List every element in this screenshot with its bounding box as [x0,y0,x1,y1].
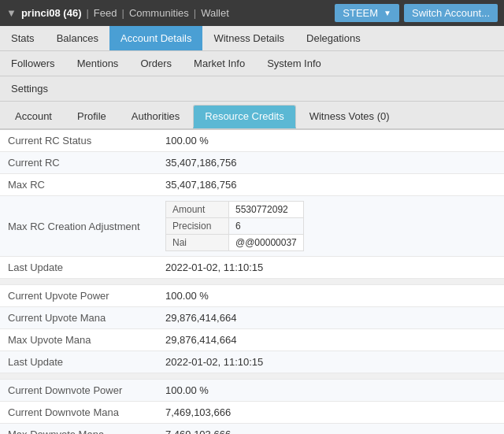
nav-mentions[interactable]: Mentions [66,51,130,76]
precision-value: 6 [229,218,304,235]
row-label: Max Upvote Mana [0,329,158,351]
table-row: Last Update 2022-01-02, 11:10:15 [0,257,504,279]
nested-table: Amount 5530772092 Precision 6 Nai @@0000… [165,201,304,251]
row-label: Current Upvote Power [0,285,158,307]
nav-row-3: Settings [0,76,504,102]
table-row: Current Downvote Mana 7,469,103,666 [0,402,504,424]
tab-witness-votes[interactable]: Witness Votes (0) [298,105,402,128]
steem-label: STEEM [343,7,378,19]
row-value: 29,876,414,664 [158,307,504,329]
precision-label: Precision [166,218,229,235]
amount-value: 5530772092 [229,202,304,218]
row-label: Current RC [0,152,158,174]
row-value-nested: Amount 5530772092 Precision 6 Nai @@0000… [158,196,504,257]
section-separator [0,279,504,285]
nav-balances[interactable]: Balances [46,26,109,50]
table-row: Current Upvote Power 100.00 % [0,285,504,307]
sep1: | [86,7,88,19]
row-label: Last Update [0,351,158,373]
tab-row: Account Profile Authorities Resource Cre… [0,102,504,130]
table-row-nested: Max RC Creation Adjustment Amount 553077… [0,196,504,257]
nav-row-2: Followers Mentions Orders Market Info Sy… [0,51,504,76]
table-row: Current RC Status 100.00 % [0,130,504,152]
nested-row: Nai @@00000037 [166,235,304,251]
nav-settings[interactable]: Settings [0,76,59,101]
row-label: Current Downvote Power [0,380,158,402]
steem-arrow-icon: ▼ [384,9,391,17]
row-value: 35,407,186,756 [158,174,504,196]
row-label: Current RC Status [0,130,158,152]
switch-account-button[interactable]: Switch Account... [404,4,498,22]
feed-link[interactable]: Feed [94,7,117,19]
nai-value: @@00000037 [229,235,304,251]
table-row: Last Update 2022-01-02, 11:10:15 [0,351,504,373]
resource-credits-table: Current RC Status 100.00 % Current RC 35… [0,130,504,434]
nai-label: Nai [166,235,229,251]
tab-authorities[interactable]: Authorities [120,105,191,128]
nav-followers[interactable]: Followers [0,51,66,76]
row-value: 7,469,103,666 [158,424,504,435]
nav-row-1: Stats Balances Account Details Witness D… [0,26,504,51]
nested-row: Amount 5530772092 [166,202,304,218]
row-value: 100.00 % [158,380,504,402]
dropdown-icon: ▼ [6,7,17,19]
row-value: 100.00 % [158,130,504,152]
table-row: Max Upvote Mana 29,876,414,664 [0,329,504,351]
table-row: Max RC 35,407,186,756 [0,174,504,196]
communities-link[interactable]: Communities [129,7,189,19]
row-label: Max Downvote Mana [0,424,158,435]
row-value: 2022-01-02, 11:10:15 [158,257,504,279]
table-row: Current RC 35,407,186,756 [0,152,504,174]
content-area: Current RC Status 100.00 % Current RC 35… [0,130,504,434]
nav-market-info[interactable]: Market Info [183,51,256,76]
top-bar-left: ▼ princi08 (46) | Feed | Communities | W… [6,7,330,19]
row-label: Max RC Creation Adjustment [0,196,158,257]
table-row: Current Downvote Power 100.00 % [0,380,504,402]
tab-account[interactable]: Account [3,105,64,128]
row-value: 35,407,186,756 [158,152,504,174]
username[interactable]: princi08 (46) [21,7,82,19]
row-label: Current Downvote Mana [0,402,158,424]
sep3: | [194,7,196,19]
table-row: Current Upvote Mana 29,876,414,664 [0,307,504,329]
nav-delegations[interactable]: Delegations [295,26,372,50]
top-bar: ▼ princi08 (46) | Feed | Communities | W… [0,0,504,26]
steem-dropdown-button[interactable]: STEEM ▼ [335,4,399,22]
nav-witness-details[interactable]: Witness Details [202,26,295,50]
row-value: 29,876,414,664 [158,329,504,351]
tab-profile[interactable]: Profile [65,105,118,128]
row-label: Current Upvote Mana [0,307,158,329]
row-label: Max RC [0,174,158,196]
row-label: Last Update [0,257,158,279]
table-row: Max Downvote Mana 7,469,103,666 [0,424,504,435]
tab-resource-credits[interactable]: Resource Credits [193,105,295,128]
nav-system-info[interactable]: System Info [256,51,332,76]
wallet-link[interactable]: Wallet [201,7,229,19]
section-separator [0,373,504,380]
row-value: 100.00 % [158,285,504,307]
nav-stats[interactable]: Stats [0,26,46,50]
nav-account-details[interactable]: Account Details [109,26,202,50]
nav-orders[interactable]: Orders [129,51,183,76]
sep2: | [122,7,124,19]
row-value: 2022-01-02, 11:10:15 [158,351,504,373]
nested-row: Precision 6 [166,218,304,235]
amount-label: Amount [166,202,229,218]
row-value: 7,469,103,666 [158,402,504,424]
